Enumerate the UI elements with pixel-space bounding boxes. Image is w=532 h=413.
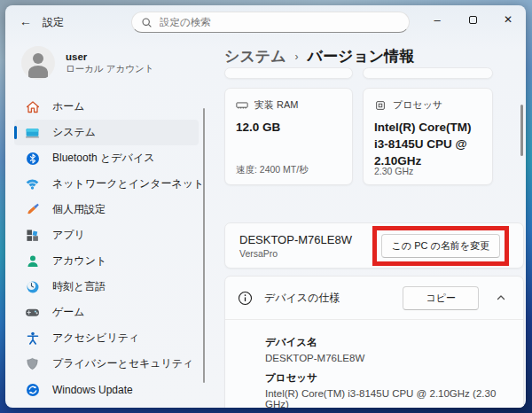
sidebar-item-gaming[interactable]: ゲーム <box>14 300 199 325</box>
card-sliver <box>363 67 493 79</box>
ram-card-value: 12.0 GB <box>236 120 341 136</box>
processor-card: プロセッサ Intel(R) Core(TM) i3-8145U CPU @ 2… <box>363 88 493 185</box>
sidebar-nav: ホーム システム Bluetooth とデバイス ネットワークとインターネット <box>14 94 199 402</box>
apps-icon <box>25 228 40 243</box>
settings-window: ← 設定 – ✕ user ローカル アカウント <box>5 5 526 408</box>
spec-value: Intel(R) Core(TM) i3-8145U CPU @ 2.10GHz… <box>265 388 509 408</box>
minimize-button[interactable]: – <box>419 5 455 34</box>
sidebar-item-label: 個人用設定 <box>52 202 106 217</box>
spec-value: DESKTOP-M76LE8W <box>265 353 509 363</box>
processor-card-label: プロセッサ <box>393 98 442 112</box>
search-input[interactable] <box>160 17 400 27</box>
spec-label: プロセッサ <box>265 371 509 385</box>
avatar <box>21 46 55 80</box>
chevron-up-icon[interactable] <box>491 288 511 308</box>
scrolled-card-slivers <box>224 67 493 79</box>
close-button[interactable]: ✕ <box>490 5 526 34</box>
sidebar-item-label: アクセシビリティ <box>52 331 139 346</box>
breadcrumb: システム › バージョン情報 <box>224 46 414 66</box>
cpu-icon <box>374 99 387 112</box>
sidebar-item-label: アプリ <box>52 228 85 243</box>
sidebar-item-label: ホーム <box>52 99 85 114</box>
maximize-icon <box>469 16 477 24</box>
sidebar-item-label: ゲーム <box>52 305 85 320</box>
sidebar-item-network-internet[interactable]: ネットワークとインターネット <box>14 171 199 197</box>
device-name: DESKTOP-M76LE8W <box>239 233 352 246</box>
bluetooth-icon <box>25 151 40 166</box>
device-name-row: DESKTOP-M76LE8W VersaPro この PC の名前を変更 <box>224 222 524 269</box>
card-sliver <box>224 67 353 79</box>
user-account[interactable]: user ローカル アカウント <box>14 41 199 85</box>
sidebar-item-apps[interactable]: アプリ <box>14 222 199 248</box>
device-model: VersaPro <box>239 248 352 259</box>
sidebar-item-accounts[interactable]: アカウント <box>14 248 199 274</box>
user-name: user <box>66 51 153 62</box>
sidebar-item-accessibility[interactable]: アクセシビリティ <box>14 325 199 351</box>
breadcrumb-system[interactable]: システム <box>224 46 286 66</box>
sidebar-item-label: システム <box>52 125 96 140</box>
search-box[interactable] <box>131 12 410 33</box>
time-language-icon <box>25 279 40 294</box>
ram-icon <box>236 99 248 112</box>
breadcrumb-separator: › <box>295 51 299 63</box>
accounts-icon <box>25 253 40 269</box>
titlebar: ← 設定 – ✕ <box>5 5 526 37</box>
device-specs-body: デバイス名 DESKTOP-M76LE8W プロセッサ Intel(R) Cor… <box>225 319 523 408</box>
sidebar-item-windows-update[interactable]: Windows Update <box>14 377 199 402</box>
sidebar-item-label: アカウント <box>52 253 106 269</box>
rename-pc-button[interactable]: この PC の名前を変更 <box>381 234 500 258</box>
spec-cards-row: 実装 RAM 12.0 GB 速度: 2400 MT/秒 プロセッサ Intel… <box>224 88 493 185</box>
sidebar-item-bluetooth-devices[interactable]: Bluetooth とデバイス <box>14 145 199 171</box>
main-scrollbar[interactable] <box>520 105 523 156</box>
sidebar-item-label: 時刻と言語 <box>52 279 106 294</box>
network-icon <box>25 176 40 191</box>
copy-button[interactable]: コピー <box>403 286 479 310</box>
device-specs-card: デバイスの仕様 コピー デバイス名 DESKTOP-M76LE8W プロセッサ … <box>224 276 524 408</box>
info-icon <box>238 291 253 306</box>
sidebar-item-system[interactable]: システム <box>14 120 199 145</box>
annotation-highlight-box: この PC の名前を変更 <box>372 226 509 266</box>
sidebar-scrollbar[interactable] <box>203 108 205 383</box>
sidebar-item-label: ネットワークとインターネット <box>52 176 204 191</box>
privacy-icon <box>25 356 40 371</box>
minimize-icon: – <box>434 13 440 27</box>
search-icon <box>141 17 153 28</box>
personalization-icon <box>25 202 40 217</box>
ram-card-label: 実装 RAM <box>254 98 299 112</box>
sidebar-item-label: プライバシーとセキュリティ <box>52 356 193 371</box>
ram-card: 実装 RAM 12.0 GB 速度: 2400 MT/秒 <box>224 88 353 185</box>
page-title: バージョン情報 <box>308 46 415 66</box>
main-content: システム › バージョン情報 実装 RAM 12.0 GB 速度: 2400 M… <box>209 37 526 408</box>
sidebar-item-home[interactable]: ホーム <box>14 94 199 120</box>
back-icon: ← <box>20 14 32 28</box>
sidebar-item-label: Bluetooth とデバイス <box>52 151 154 166</box>
ram-card-footer: 速度: 2400 MT/秒 <box>236 164 309 176</box>
window-controls: – ✕ <box>419 5 526 35</box>
sidebar-item-time-language[interactable]: 時刻と言語 <box>14 274 199 300</box>
accessibility-icon <box>25 331 40 346</box>
windows-update-icon <box>25 382 40 397</box>
app-title: 設定 <box>43 15 64 30</box>
sidebar: user ローカル アカウント ホーム システム Blue <box>5 37 206 408</box>
sidebar-item-privacy-security[interactable]: プライバシーとセキュリティ <box>14 351 199 377</box>
user-account-type: ローカル アカウント <box>66 63 153 75</box>
sidebar-item-label: Windows Update <box>52 384 133 396</box>
processor-card-footer: 2.30 GHz <box>374 166 413 176</box>
back-button[interactable]: ← <box>14 10 37 33</box>
sidebar-item-personalization[interactable]: 個人用設定 <box>14 197 199 222</box>
device-specs-title: デバイスの仕様 <box>264 291 403 306</box>
spec-label: デバイス名 <box>265 336 509 349</box>
device-specs-header[interactable]: デバイスの仕様 コピー <box>225 277 523 319</box>
system-icon <box>25 125 40 140</box>
gaming-icon <box>25 305 40 320</box>
close-icon: ✕ <box>504 13 512 26</box>
processor-card-value: Intel(R) Core(TM) i3-8145U CPU @ 2.10GHz <box>374 120 481 170</box>
home-icon <box>25 99 40 114</box>
maximize-button[interactable] <box>455 5 490 34</box>
